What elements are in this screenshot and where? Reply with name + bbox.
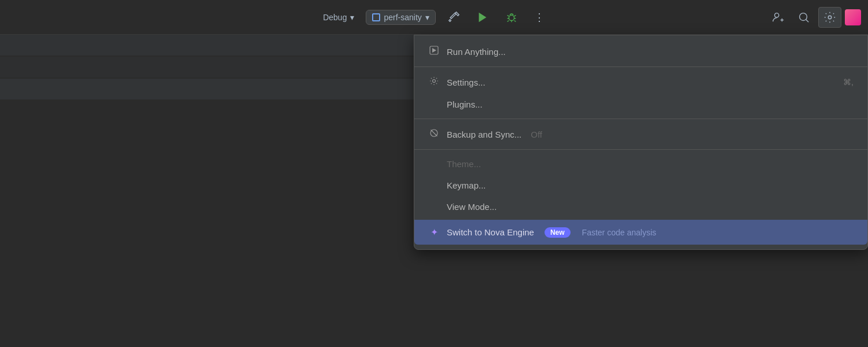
toolbar: Debug ▾ perf-sanity ▾ — [0, 0, 868, 35]
svg-point-1 — [509, 15, 514, 20]
settings-label: Settings... — [447, 77, 486, 87]
menu-item-run-anything[interactable]: Run Anything... — [414, 40, 867, 63]
nova-hint: Faster code analysis — [582, 228, 656, 237]
run-anything-play-icon — [429, 46, 439, 55]
panel-stripe-4 — [0, 101, 414, 121]
hammer-icon — [447, 11, 460, 24]
divider-1 — [414, 67, 867, 67]
nova-star-icon: ✦ — [428, 227, 440, 238]
run-icon — [476, 11, 489, 24]
backup-sync-label: Backup and Sync... — [447, 130, 521, 139]
debug-label: Debug — [323, 13, 347, 22]
svg-marker-16 — [432, 48, 436, 53]
view-mode-label: View Mode... — [447, 202, 496, 212]
run-anything-label: Run Anything... — [447, 47, 506, 57]
config-icon — [372, 13, 380, 21]
search-icon — [797, 11, 810, 24]
add-user-icon — [772, 11, 785, 24]
svg-point-12 — [800, 13, 807, 21]
svg-point-9 — [775, 13, 779, 17]
gear-icon — [429, 76, 439, 86]
menu-item-nova-engine[interactable]: ✦ Switch to Nova Engine New Faster code … — [414, 220, 867, 245]
debug-run-button[interactable] — [501, 8, 523, 27]
divider-3 — [414, 149, 867, 150]
svg-line-2 — [507, 15, 509, 16]
menu-item-backup-sync[interactable]: Backup and Sync... Off — [414, 123, 867, 146]
nova-label: Switch to Nova Engine — [447, 227, 534, 237]
menu-item-settings[interactable]: Settings... ⌘, — [414, 71, 867, 94]
settings-button[interactable] — [818, 7, 841, 28]
bug-icon — [505, 11, 518, 24]
no-sync-icon — [429, 128, 439, 138]
backup-off-label: Off — [531, 130, 542, 139]
avatar-button[interactable] — [845, 9, 861, 25]
add-user-button[interactable] — [767, 8, 789, 27]
settings-menu-icon — [428, 76, 440, 88]
settings-icon — [823, 11, 836, 24]
panel-stripe-1 — [0, 35, 414, 56]
build-button[interactable] — [443, 8, 465, 27]
config-chevron-icon: ▾ — [425, 13, 429, 22]
svg-point-14 — [828, 16, 832, 19]
debug-chevron-icon: ▾ — [350, 13, 354, 22]
run-anything-icon — [428, 46, 440, 57]
settings-shortcut: ⌘, — [843, 77, 854, 87]
settings-dropdown-menu: Run Anything... Settings... ⌘, Plugins..… — [414, 35, 868, 250]
search-button[interactable] — [793, 8, 815, 27]
left-panel — [0, 35, 414, 347]
svg-line-13 — [806, 20, 809, 23]
panel-stripe-3 — [0, 79, 414, 99]
debug-dropdown-button[interactable]: Debug ▾ — [318, 9, 359, 25]
config-selector[interactable]: perf-sanity ▾ — [366, 10, 435, 25]
svg-point-17 — [433, 80, 436, 83]
toolbar-right — [767, 0, 861, 35]
nova-badge[interactable]: New — [545, 227, 571, 238]
menu-item-plugins[interactable]: Plugins... — [414, 94, 867, 115]
theme-label: Theme... — [447, 159, 481, 169]
keymap-label: Keymap... — [447, 180, 486, 190]
panel-stripe-2 — [0, 57, 414, 77]
menu-item-view-mode[interactable]: View Mode... — [414, 196, 867, 217]
backup-sync-icon — [428, 128, 440, 140]
plugins-label: Plugins... — [447, 99, 483, 109]
more-options-button[interactable]: ⋮ — [529, 8, 550, 27]
divider-2 — [414, 119, 867, 119]
menu-item-keymap[interactable]: Keymap... — [414, 175, 867, 196]
svg-line-3 — [514, 15, 516, 16]
svg-marker-0 — [479, 12, 486, 22]
menu-item-theme[interactable]: Theme... — [414, 153, 867, 175]
run-button[interactable] — [472, 8, 494, 27]
more-icon: ⋮ — [534, 11, 545, 24]
config-name: perf-sanity — [384, 13, 421, 22]
toolbar-center: Debug ▾ perf-sanity ▾ — [318, 8, 550, 27]
svg-line-6 — [507, 20, 509, 21]
svg-line-7 — [514, 20, 516, 21]
